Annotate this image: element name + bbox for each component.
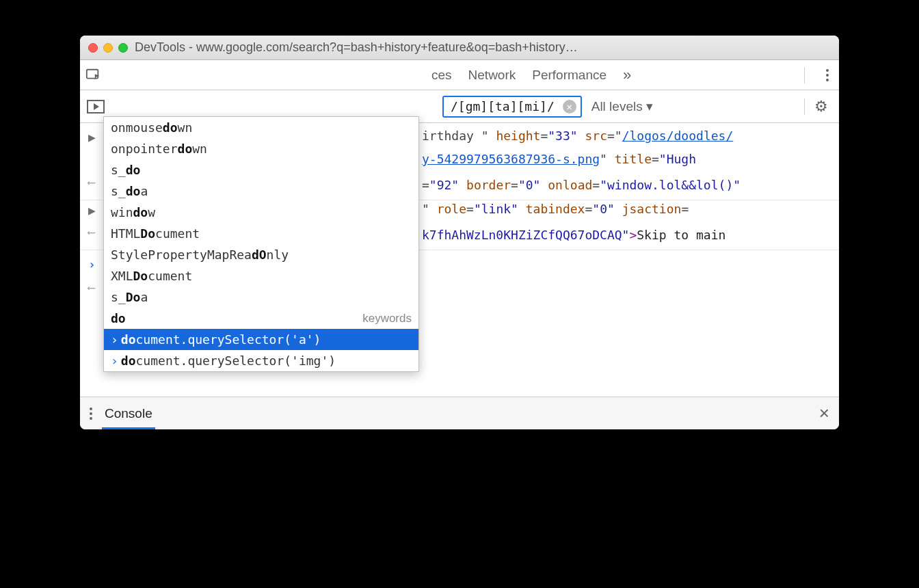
filter-value: /[gm][ta][mi]/	[451, 99, 555, 113]
val-border: "0"	[518, 178, 541, 192]
attr-title: title	[615, 152, 652, 166]
val-width: "92"	[429, 178, 459, 192]
return-icon: ⟵	[88, 223, 98, 242]
panel-tabs: ces Network Performance »	[80, 60, 839, 90]
return-icon: ⟵	[88, 173, 98, 192]
autocomplete-item[interactable]: ›document.querySelector('img')	[104, 350, 418, 371]
expand-icon[interactable]: ▶	[88, 205, 98, 216]
autocomplete-item[interactable]: ›document.querySelector('a')	[104, 329, 418, 350]
separator	[804, 67, 805, 83]
clear-filter-icon[interactable]: ✕	[563, 100, 576, 113]
log-levels-dropdown[interactable]: All levels ▾	[591, 98, 653, 114]
attr-role: role	[437, 202, 466, 216]
autocomplete-item[interactable]: s_do	[104, 159, 418, 181]
autocomplete-popup: onmousedownonpointerdowns_dos_doawindowH…	[103, 116, 419, 372]
val-onload: "window.lol&&lol()"	[600, 178, 741, 192]
return-icon: ⟵	[88, 278, 98, 297]
inspect-icon[interactable]	[85, 68, 101, 83]
console-output: ▶ irthday " height="33" src="/logos/dood…	[80, 123, 839, 397]
val-role: "link"	[474, 202, 518, 216]
attr-border: border	[466, 178, 511, 192]
src-link[interactable]: y-5429979563687936-s.png	[422, 152, 600, 166]
maximize-window-button[interactable]	[118, 43, 128, 53]
tab-network[interactable]: Network	[468, 68, 516, 83]
attr-src: src	[585, 129, 607, 143]
autocomplete-item[interactable]: dokeywords	[104, 308, 418, 329]
drawer-close-icon[interactable]: ×	[819, 403, 829, 424]
filter-input[interactable]: /[gm][ta][mi]/ ✕	[442, 96, 582, 118]
window-title: DevTools - www.google.com/search?q=bash+…	[135, 40, 831, 55]
drawer: Console ×	[80, 397, 839, 429]
tabs-overflow-icon[interactable]: »	[623, 66, 631, 84]
execution-context-icon[interactable]	[87, 100, 105, 113]
prompt-icon: ›	[88, 255, 98, 274]
attr-tabindex: tabindex	[526, 202, 585, 216]
settings-menu-icon[interactable]	[821, 69, 834, 81]
expand-icon[interactable]: ▶	[88, 132, 98, 143]
minimize-window-button[interactable]	[103, 43, 113, 53]
autocomplete-item[interactable]: HTMLDocument	[104, 223, 418, 244]
attr-jsaction: jsaction	[622, 202, 682, 216]
val-height: "33"	[548, 129, 577, 143]
autocomplete-item[interactable]: s_doa	[104, 181, 418, 202]
drawer-menu-icon[interactable]	[90, 407, 92, 420]
separator	[804, 98, 805, 115]
titlebar: DevTools - www.google.com/search?q=bash+…	[80, 36, 839, 60]
close-window-button[interactable]	[88, 43, 98, 53]
tab-partial[interactable]: ces	[431, 68, 452, 83]
val-title: "Hugh	[659, 152, 696, 166]
src-link[interactable]: /logos/doodles/	[622, 129, 734, 143]
tab-performance[interactable]: Performance	[532, 68, 607, 83]
autocomplete-item[interactable]: onmousedown	[104, 117, 418, 138]
autocomplete-item[interactable]: onpointerdown	[104, 138, 418, 159]
devtools-window: DevTools - www.google.com/search?q=bash+…	[80, 36, 839, 429]
svg-rect-0	[87, 69, 98, 78]
autocomplete-item[interactable]: StylePropertyMapReadOnly	[104, 244, 418, 265]
skip-text: Skip to main	[637, 228, 725, 242]
console-settings-icon[interactable]: ⚙	[814, 98, 828, 116]
alt-text: irthday "	[422, 129, 489, 143]
autocomplete-item[interactable]: window	[104, 202, 418, 223]
attr-height: height	[496, 129, 540, 143]
params-frag: k7fhAhWzLn0KHZiZCfQQ67oDCAQ"	[422, 228, 629, 242]
attr-onload: onload	[548, 178, 592, 192]
autocomplete-item[interactable]: s_Doa	[104, 286, 418, 308]
autocomplete-item[interactable]: XMLDocument	[104, 265, 418, 286]
traffic-lights	[88, 43, 128, 53]
drawer-tab-console[interactable]: Console	[102, 398, 155, 429]
val-tabindex: "0"	[592, 202, 615, 216]
